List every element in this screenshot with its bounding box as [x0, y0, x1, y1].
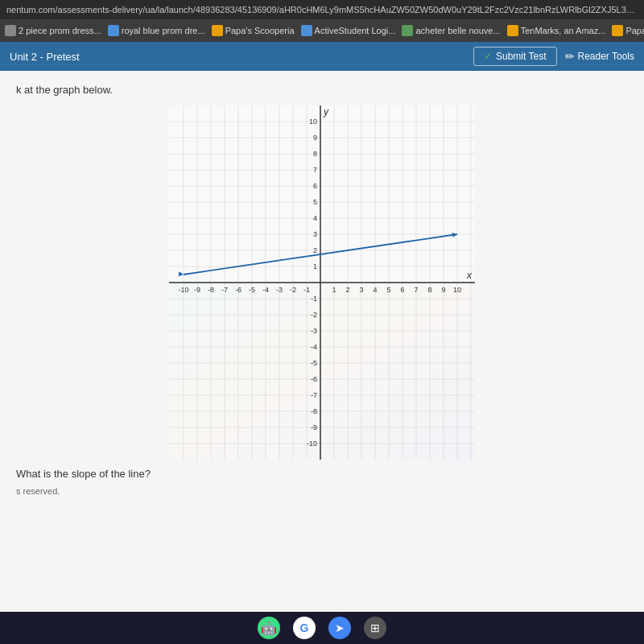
graph-container: x y -1 -2 -3 -4 -5 -6 -7 -8 -9 -10 1 2 3… — [169, 105, 475, 460]
bookmark-icon-3 — [212, 25, 223, 36]
svg-text:-3: -3 — [311, 327, 317, 335]
bookmark-icon-5 — [402, 25, 413, 36]
svg-text:-10: -10 — [307, 440, 317, 448]
bookmark-icon-1 — [5, 25, 16, 36]
svg-text:2: 2 — [313, 246, 317, 254]
svg-text:-4: -4 — [311, 343, 317, 351]
bookmark-label-6: TenMarks, an Amaz... — [521, 26, 606, 35]
svg-text:1: 1 — [313, 262, 317, 270]
svg-text:9: 9 — [441, 286, 445, 294]
svg-text:-6: -6 — [311, 375, 317, 383]
bookmark-label-1: 2 piece prom dress... — [19, 26, 101, 35]
google-icon[interactable]: G — [293, 617, 316, 639]
svg-text:-7: -7 — [311, 391, 317, 399]
tab-title: Unit 2 - Pretest — [10, 51, 80, 63]
main-content: k at the graph below. — [0, 71, 644, 612]
svg-text:-4: -4 — [262, 286, 269, 294]
bookmark-2[interactable]: royal blue prom dre... — [108, 25, 205, 36]
reader-tools-label: Reader Tools — [578, 51, 635, 62]
coordinate-graph: x y -1 -2 -3 -4 -5 -6 -7 -8 -9 -10 1 2 3… — [169, 105, 475, 460]
bookmark-label-3: Papa's Scooperia — [225, 26, 295, 35]
svg-text:7: 7 — [313, 166, 317, 174]
svg-text:-5: -5 — [311, 359, 317, 367]
svg-text:-5: -5 — [249, 286, 255, 294]
bookmarks-bar: 2 piece prom dress... royal blue prom dr… — [0, 19, 644, 42]
submit-test-label: Submit Test — [496, 51, 546, 62]
bookmark-1[interactable]: 2 piece prom dress... — [5, 25, 101, 36]
svg-text:3: 3 — [359, 286, 363, 294]
svg-text:4: 4 — [313, 214, 317, 222]
bookmark-7[interactable]: Papa — [612, 25, 644, 36]
footer-text: s reserved. — [16, 486, 628, 496]
svg-text:-8: -8 — [311, 407, 317, 415]
svg-text:6: 6 — [313, 182, 317, 190]
tab-bar: Unit 2 - Pretest Submit Test ✏ Reader To… — [0, 42, 644, 71]
svg-text:8: 8 — [313, 150, 317, 158]
address-bar[interactable]: nentum.com/assessments-delivery/ua/la/la… — [0, 0, 644, 19]
svg-text:4: 4 — [373, 286, 377, 294]
android-icon[interactable]: 🤖 — [258, 617, 280, 639]
svg-text:-6: -6 — [235, 286, 242, 294]
bookmark-icon-7 — [612, 25, 623, 36]
url-text: nentum.com/assessments-delivery/ua/la/la… — [6, 5, 644, 14]
reader-tools-button[interactable]: ✏ Reader Tools — [565, 50, 635, 63]
svg-text:-3: -3 — [276, 286, 283, 294]
svg-text:5: 5 — [313, 198, 317, 206]
bookmark-label-5: acheter belle nouve... — [415, 26, 500, 35]
svg-text:x: x — [466, 270, 473, 281]
bookmark-label-7: Papa — [625, 26, 644, 35]
tab-actions: Submit Test ✏ Reader Tools — [473, 47, 634, 66]
bookmark-3[interactable]: Papa's Scooperia — [212, 25, 295, 36]
svg-text:-9: -9 — [194, 286, 200, 294]
svg-text:10: 10 — [453, 286, 461, 294]
bookmark-icon-4 — [301, 25, 312, 36]
bookmark-label-2: royal blue prom dre... — [122, 26, 205, 35]
svg-text:5: 5 — [386, 286, 390, 294]
apps-icon[interactable]: ⊞ — [364, 617, 386, 639]
svg-text:7: 7 — [414, 286, 418, 294]
svg-text:9: 9 — [313, 134, 317, 142]
svg-text:-1: -1 — [311, 295, 317, 303]
question-bottom: What is the slope of the line? — [16, 468, 628, 480]
browser-chrome: nentum.com/assessments-delivery/ua/la/la… — [0, 0, 644, 42]
svg-text:-8: -8 — [208, 286, 214, 294]
svg-text:y: y — [323, 106, 329, 118]
bookmark-icon-6 — [507, 25, 518, 36]
bookmark-label-4: ActiveStudent Logi... — [315, 26, 396, 35]
bookmark-icon-2 — [108, 25, 119, 36]
svg-text:6: 6 — [400, 286, 404, 294]
svg-text:-7: -7 — [221, 286, 228, 294]
submit-test-button[interactable]: Submit Test — [473, 47, 556, 66]
svg-text:3: 3 — [313, 230, 317, 238]
taskbar: 🤖 G ➤ ⊞ — [0, 612, 644, 644]
svg-text:-1: -1 — [303, 286, 310, 294]
svg-text:-10: -10 — [178, 286, 188, 294]
svg-text:-2: -2 — [290, 286, 296, 294]
bookmark-4[interactable]: ActiveStudent Logi... — [301, 25, 396, 36]
svg-text:-2: -2 — [311, 311, 317, 319]
svg-text:10: 10 — [309, 118, 317, 126]
arrow-icon[interactable]: ➤ — [328, 617, 351, 639]
svg-text:-9: -9 — [311, 423, 317, 431]
svg-text:2: 2 — [345, 286, 349, 294]
bookmark-5[interactable]: acheter belle nouve... — [402, 25, 500, 36]
svg-text:8: 8 — [427, 286, 431, 294]
bookmark-6[interactable]: TenMarks, an Amaz... — [507, 25, 606, 36]
svg-rect-1 — [169, 283, 475, 460]
question-intro: k at the graph below. — [16, 84, 628, 96]
svg-text:1: 1 — [332, 286, 336, 294]
